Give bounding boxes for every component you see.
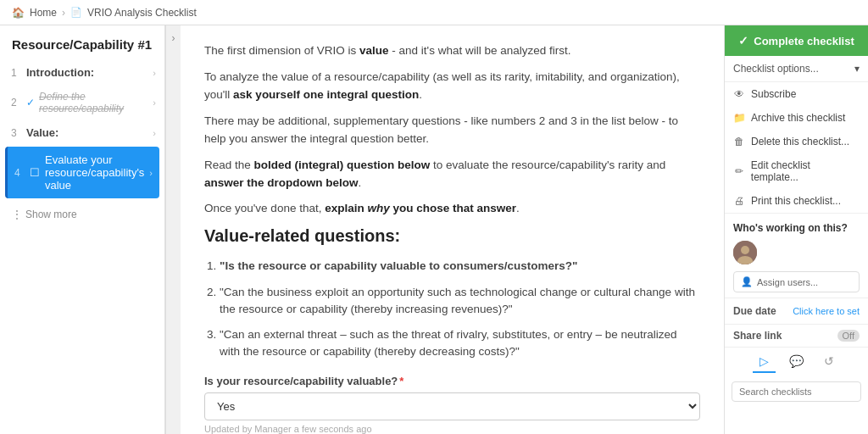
user-avatar xyxy=(733,241,757,264)
chevron-down-icon: ▾ xyxy=(854,63,860,75)
app-container: 🏠 Home › 📄 VRIO Analysis Checklist Resou… xyxy=(0,0,868,434)
archive-icon: 📁 xyxy=(733,112,745,124)
assign-btn-label: Assign users... xyxy=(757,277,818,287)
step-arrow-3: › xyxy=(153,128,156,138)
assign-users-button[interactable]: 👤 Assign users... xyxy=(733,271,860,292)
person-icon: 👤 xyxy=(741,276,753,287)
chevron-right-icon: › xyxy=(172,32,175,44)
value-dropdown[interactable]: Yes No Somewhat xyxy=(204,392,700,420)
intro-para-5: Once you've done that, explain why you c… xyxy=(204,200,700,218)
option-edit-label: Edit checklist template... xyxy=(751,159,860,183)
option-subscribe[interactable]: 👁 Subscribe xyxy=(725,82,868,106)
show-more-label: Show more xyxy=(25,209,77,220)
svg-point-1 xyxy=(741,246,749,254)
doc-icon: 📄 xyxy=(70,7,82,18)
avatar-row xyxy=(733,241,860,264)
share-row: Share link Off xyxy=(725,324,868,347)
checklist-options-dropdown[interactable]: Checklist options... ▾ xyxy=(725,56,868,82)
step-item-4-active[interactable]: 4 ☐ Evaluate your resource/capability's … xyxy=(5,147,159,198)
step-item-1[interactable]: 1 Introduction: › xyxy=(0,60,164,85)
steps-section: 1 Introduction: › 2 ✓ Define the resourc… xyxy=(0,60,164,229)
option-subscribe-label: Subscribe xyxy=(751,88,796,100)
share-status: Off xyxy=(837,330,860,342)
intro-para-4: Read the bolded (integral) question belo… xyxy=(204,157,700,192)
home-icon: 🏠 xyxy=(12,7,25,19)
intro-para-1: The first dimension of VRIO is value - a… xyxy=(204,42,700,60)
due-date-row: Due date Click here to set xyxy=(725,298,868,324)
breadcrumb-home[interactable]: Home xyxy=(30,7,57,19)
left-sidebar: Resource/Capability #1 1 Introduction: ›… xyxy=(0,25,165,434)
avatar-image xyxy=(733,241,757,264)
updated-text: Updated by Manager a few seconds ago xyxy=(204,424,700,434)
print-icon: 🖨 xyxy=(733,195,745,207)
who-working-title: Who's working on this? xyxy=(733,222,860,234)
complete-checklist-button[interactable]: ✓ Complete checklist xyxy=(725,25,868,56)
breadcrumb-sep: › xyxy=(62,7,65,19)
question-3-text: "Can an external threat – such as the th… xyxy=(220,328,677,358)
option-edit[interactable]: ✏ Edit checklist template... xyxy=(725,153,868,189)
question-2: "Can the business exploit an opportunity… xyxy=(220,284,700,319)
search-box xyxy=(732,381,861,402)
step-label-1: Introduction: xyxy=(26,66,149,79)
tab-history[interactable]: ↺ xyxy=(817,351,841,373)
dropdown-wrap: Yes No Somewhat xyxy=(204,392,700,420)
due-date-link[interactable]: Click here to set xyxy=(793,306,860,316)
step-arrow-2: › xyxy=(153,97,156,108)
option-delete[interactable]: 🗑 Delete this checklist... xyxy=(725,130,868,153)
intro-para-3: There may be additional, supplementary q… xyxy=(204,113,700,148)
step-num-3: 3 xyxy=(11,127,26,139)
tab-play[interactable]: ▷ xyxy=(753,351,776,373)
main-content: The first dimension of VRIO is value - a… xyxy=(181,25,724,434)
option-archive[interactable]: 📁 Archive this checklist xyxy=(725,106,868,130)
tabs-row: ▷ 💬 ↺ xyxy=(725,347,868,376)
share-label: Share link xyxy=(733,330,782,342)
panel-toggle[interactable]: › xyxy=(165,25,181,434)
topbar: 🏠 Home › 📄 VRIO Analysis Checklist xyxy=(0,0,868,25)
checklist-options-label: Checklist options... xyxy=(733,63,819,75)
dropdown-label: Is your resource/capability valuable?* xyxy=(204,375,700,387)
step-label-2: Define the resource/capability xyxy=(39,91,149,114)
step-arrow-4: › xyxy=(149,168,153,178)
option-print[interactable]: 🖨 Print this checklist... xyxy=(725,189,868,213)
complete-btn-label: Complete checklist xyxy=(754,35,854,47)
checkbox-icon-4: ☐ xyxy=(30,166,40,179)
step-label-4: Evaluate your resource/capability's valu… xyxy=(45,153,146,192)
eye-icon: 👁 xyxy=(733,88,745,100)
option-print-label: Print this checklist... xyxy=(751,195,841,207)
options-list: 👁 Subscribe 📁 Archive this checklist 🗑 D… xyxy=(725,82,868,214)
check-icon: ✓ xyxy=(738,34,748,47)
check-icon-2: ✓ xyxy=(26,97,35,108)
show-more-btn[interactable]: ⋮ Show more xyxy=(0,200,164,229)
value-heading: Value-related questions: xyxy=(204,226,700,246)
step-arrow-1: › xyxy=(153,68,156,78)
who-working-section: Who's working on this? 👤 Assign users... xyxy=(725,214,868,298)
sidebar-title: Resource/Capability #1 xyxy=(0,25,164,60)
step-label-3: Value: xyxy=(26,126,149,139)
main-layout: Resource/Capability #1 1 Introduction: ›… xyxy=(0,25,868,434)
right-sidebar: ✓ Complete checklist Checklist options..… xyxy=(724,25,868,434)
due-date-label: Due date xyxy=(733,305,776,317)
step-item-3[interactable]: 3 Value: › xyxy=(0,120,164,145)
step-num-2: 2 xyxy=(11,97,26,108)
intro-para-2: To analyze the value of a resource/capab… xyxy=(204,69,700,104)
question-1-bold: "Is the resource or capability valuable … xyxy=(220,259,577,272)
option-delete-label: Delete this checklist... xyxy=(751,136,849,147)
search-checklists-input[interactable] xyxy=(732,381,861,402)
question-3: "Can an external threat – such as the th… xyxy=(220,326,700,361)
edit-icon: ✏ xyxy=(733,165,745,177)
question-2-text: "Can the business exploit an opportunity… xyxy=(220,286,695,315)
question-1: "Is the resource or capability valuable … xyxy=(220,258,700,275)
trash-icon: 🗑 xyxy=(733,136,745,147)
questions-list: "Is the resource or capability valuable … xyxy=(220,258,700,360)
step-num-4: 4 xyxy=(14,167,30,179)
tab-comment[interactable]: 💬 xyxy=(782,351,810,373)
option-archive-label: Archive this checklist xyxy=(751,112,845,124)
show-more-dots: ⋮ xyxy=(12,209,22,220)
required-star-1: * xyxy=(399,375,403,387)
step-num-1: 1 xyxy=(11,67,26,79)
step-item-2[interactable]: 2 ✓ Define the resource/capability › xyxy=(0,85,164,120)
breadcrumb-checklist[interactable]: VRIO Analysis Checklist xyxy=(87,7,197,19)
